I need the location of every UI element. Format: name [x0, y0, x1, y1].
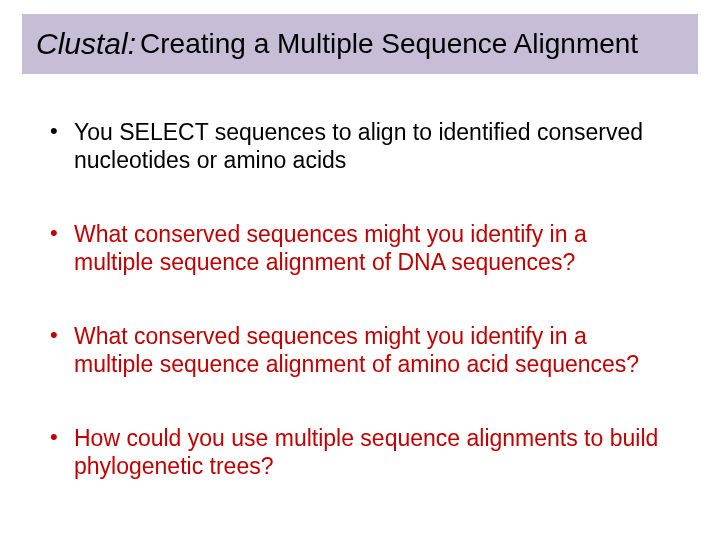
bullet-list: You SELECT sequences to align to identif… — [48, 118, 672, 480]
slide: Clustal: Creating a Multiple Sequence Al… — [0, 0, 720, 540]
list-item: What conserved sequences might you ident… — [48, 220, 672, 276]
title-bar: Clustal: Creating a Multiple Sequence Al… — [22, 14, 698, 74]
bullet-text: What conserved sequences might you ident… — [74, 323, 639, 377]
list-item: What conserved sequences might you ident… — [48, 322, 672, 378]
bullet-text: How could you use multiple sequence alig… — [74, 425, 658, 479]
bullet-text: You SELECT sequences to align to identif… — [74, 119, 643, 173]
bullet-text: What conserved sequences might you ident… — [74, 221, 587, 275]
content-area: You SELECT sequences to align to identif… — [48, 118, 672, 526]
title-prefix: Clustal: — [36, 27, 136, 61]
title-text: Creating a Multiple Sequence Alignment — [140, 28, 638, 60]
list-item: You SELECT sequences to align to identif… — [48, 118, 672, 174]
list-item: How could you use multiple sequence alig… — [48, 424, 672, 480]
